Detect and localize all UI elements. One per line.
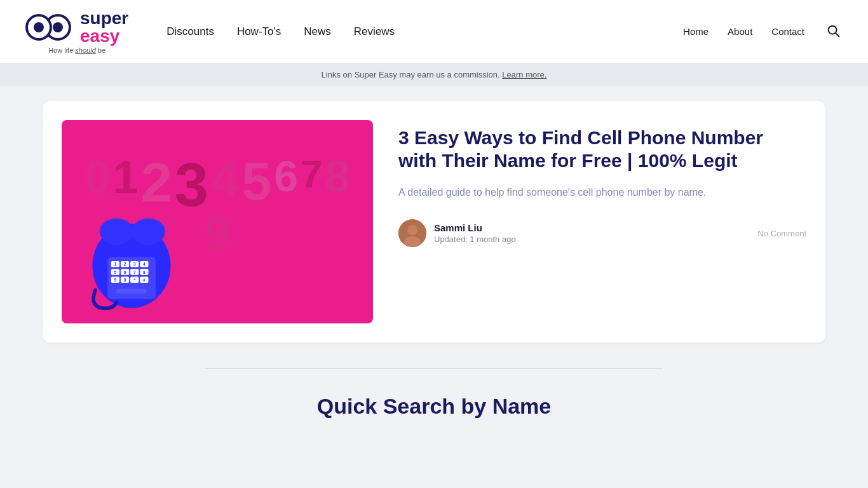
svg-text:3: 3 — [133, 262, 136, 266]
nav-home[interactable]: Home — [683, 26, 709, 37]
commission-bar: Links on Super Easy may earn us a commis… — [0, 64, 868, 86]
logo-icon: super easy — [25, 10, 128, 45]
article-content: 3 Easy Ways to Find Cell Phone Number wi… — [398, 120, 806, 247]
svg-text:7: 7 — [133, 270, 136, 274]
svg-text:9: 9 — [114, 278, 117, 282]
logo-tagline: How life should be — [48, 46, 105, 54]
logo-dot-left — [34, 22, 44, 32]
svg-rect-30 — [116, 288, 146, 294]
num-7: 7 — [301, 154, 322, 215]
article-image: 0 1 2 3 4 5 6 7 8 9 — [62, 120, 373, 323]
comment-count: No Comment — [757, 229, 806, 238]
svg-point-4 — [132, 219, 165, 245]
svg-text:5: 5 — [114, 270, 117, 274]
svg-text:8: 8 — [143, 270, 146, 274]
site-header: super easy How life should be Discounts … — [0, 0, 868, 64]
nav-reviews[interactable]: Reviews — [354, 25, 395, 38]
num-5: 5 — [241, 154, 271, 215]
search-icon — [826, 24, 840, 37]
svg-point-32 — [407, 225, 417, 235]
article-meta: Sammi Liu Updated: 1 month ago No Commen… — [398, 219, 806, 247]
quick-search-title: Quick Search by Name — [43, 394, 825, 419]
author-updated: Updated: 1 month ago — [434, 234, 516, 244]
main-content: 0 1 2 3 4 5 6 7 8 9 — [27, 101, 841, 419]
section-divider — [205, 368, 663, 369]
logo-tagline-em: should — [75, 46, 95, 54]
logo-text: super easy — [80, 10, 128, 45]
svg-text:4: 4 — [143, 262, 146, 266]
author-name: Sammi Liu — [434, 222, 516, 233]
logo-brand: super easy — [80, 10, 128, 45]
logo[interactable]: super easy How life should be — [25, 10, 128, 54]
learn-more-link[interactable]: Learn more. — [502, 70, 546, 79]
logo-circles — [25, 14, 71, 41]
nav-about[interactable]: About — [728, 26, 752, 37]
commission-text: Links on Super Easy may earn us a commis… — [322, 70, 500, 79]
svg-text:#: # — [143, 278, 146, 282]
article-title: 3 Easy Ways to Find Cell Phone Number wi… — [398, 126, 806, 172]
article-subtitle: A detailed guide to help find someone's … — [398, 185, 806, 200]
author-area: Sammi Liu Updated: 1 month ago — [398, 219, 516, 247]
main-nav: Discounts How-To's News Reviews — [166, 25, 395, 38]
nav-news[interactable]: News — [304, 25, 331, 38]
num-9: 9 — [204, 210, 230, 257]
avatar-image — [398, 219, 426, 247]
search-button[interactable] — [824, 21, 843, 42]
svg-text:*: * — [133, 278, 135, 282]
num-8: 8 — [325, 154, 350, 215]
svg-text:0: 0 — [124, 278, 126, 282]
brand-super: super — [80, 8, 128, 28]
header-left: super easy How life should be Discounts … — [25, 10, 395, 54]
svg-point-3 — [100, 219, 133, 245]
brand-easy: easy — [80, 26, 119, 46]
article-card: 0 1 2 3 4 5 6 7 8 9 — [43, 101, 825, 342]
nav-howtos[interactable]: How-To's — [237, 25, 281, 38]
phone-illustration: 1 2 3 4 5 6 7 8 9 0 * # — [81, 203, 182, 317]
num-4: 4 — [211, 154, 240, 215]
svg-text:6: 6 — [124, 270, 126, 274]
logo-dot-right — [53, 22, 63, 32]
num-6: 6 — [274, 154, 298, 215]
nav-discounts[interactable]: Discounts — [166, 25, 214, 38]
author-info: Sammi Liu Updated: 1 month ago — [434, 222, 516, 244]
svg-line-1 — [836, 33, 839, 36]
svg-text:1: 1 — [114, 262, 117, 266]
svg-text:2: 2 — [124, 262, 126, 266]
nav-contact[interactable]: Contact — [771, 26, 804, 37]
header-right: Home About Contact — [683, 21, 843, 42]
author-avatar — [398, 219, 426, 247]
logo-circle-left — [25, 14, 52, 41]
